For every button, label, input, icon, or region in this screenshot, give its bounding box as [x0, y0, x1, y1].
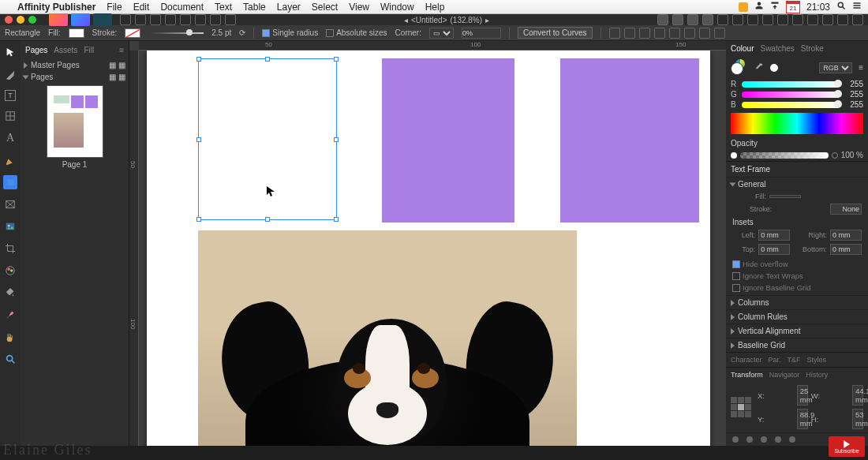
dog-image[interactable] — [198, 230, 577, 446]
node-tool-icon[interactable] — [3, 68, 17, 82]
toolbar-icon[interactable] — [180, 14, 191, 25]
ctx-align-icon[interactable] — [699, 28, 710, 39]
align-icon[interactable] — [732, 14, 743, 25]
menu-select[interactable]: Select — [312, 2, 338, 13]
tab-styles[interactable]: Styles — [807, 356, 827, 364]
move-tool-icon[interactable] — [3, 46, 17, 60]
transparency-tool-icon[interactable] — [3, 308, 17, 322]
align-icon[interactable] — [717, 14, 728, 25]
align-icon[interactable] — [807, 14, 818, 25]
toolbar-icon[interactable] — [150, 14, 161, 25]
frame-stroke-value[interactable]: None — [830, 204, 862, 215]
zoom-window-icon[interactable] — [28, 16, 36, 24]
pan-tool-icon[interactable] — [3, 330, 17, 344]
ctx-align-icon[interactable] — [684, 28, 695, 39]
color-spectrum[interactable] — [731, 113, 863, 134]
menu-window[interactable]: Window — [380, 2, 414, 13]
artistic-text-tool-icon[interactable]: A — [3, 131, 17, 145]
inset-top-input[interactable]: 0 mm — [758, 244, 790, 255]
tab-pages[interactable]: Pages — [25, 46, 47, 54]
hide-overflow-checkbox[interactable]: Hide overflow — [732, 258, 862, 270]
picture-frame-tool-icon[interactable] — [3, 197, 17, 211]
tab-colour[interactable]: Colour — [731, 44, 754, 53]
youtube-subscribe-button[interactable]: Subscribe — [829, 436, 865, 457]
tab-tandf[interactable]: T&F — [788, 356, 801, 364]
place-image-tool-icon[interactable] — [3, 219, 17, 234]
menu-document[interactable]: Document — [160, 2, 204, 13]
convert-to-curves-button[interactable]: Convert to Curves — [518, 27, 593, 39]
ruler-vertical[interactable]: 50 100 — [129, 50, 139, 446]
panel-menu-icon[interactable]: ≡ — [119, 46, 124, 54]
pen-tool-icon[interactable] — [3, 153, 17, 167]
close-window-icon[interactable] — [5, 16, 13, 24]
absolute-sizes-checkbox[interactable]: Absolute sizes — [326, 28, 387, 37]
table-tool-icon[interactable] — [3, 109, 17, 123]
tab-paragraph[interactable]: Par. — [769, 356, 781, 364]
ruler-horizontal[interactable]: 50 100 150 — [139, 41, 726, 50]
red-value[interactable]: 255 — [843, 80, 863, 88]
fill-tool-icon[interactable] — [3, 286, 17, 300]
selection-handle[interactable] — [334, 217, 339, 222]
corner-style-select[interactable]: ▭ — [429, 28, 454, 39]
panel-menu-icon[interactable]: ≡ — [859, 63, 863, 72]
calendar-icon[interactable]: 21 — [786, 1, 800, 13]
arrange-icon[interactable] — [687, 14, 698, 25]
selection-handle[interactable] — [196, 137, 201, 142]
align-icon[interactable] — [762, 14, 773, 25]
toolbar-icon[interactable] — [135, 14, 146, 25]
menu-help[interactable]: Help — [425, 2, 445, 13]
transform-w-input[interactable]: 44.1 mm — [852, 385, 863, 406]
inset-bottom-input[interactable]: 0 mm — [830, 244, 862, 255]
toolbar-icon[interactable] — [195, 14, 206, 25]
single-radius-checkbox[interactable]: Single radius — [262, 28, 318, 37]
align-icon[interactable] — [747, 14, 758, 25]
app-name[interactable]: Affinity Publisher — [17, 2, 95, 13]
green-slider[interactable] — [742, 92, 840, 98]
menu-table[interactable]: Table — [243, 2, 266, 13]
fill-swatch[interactable] — [69, 28, 84, 38]
transform-y-input[interactable]: 88.9 mm — [797, 409, 808, 429]
tab-swatches[interactable]: Swatches — [760, 44, 794, 53]
persona-photo[interactable] — [93, 13, 112, 26]
toolbar-icon[interactable] — [210, 14, 221, 25]
inset-right-input[interactable]: 0 mm — [830, 230, 862, 241]
menu-layer[interactable]: Layer — [277, 2, 301, 13]
align-icon[interactable] — [837, 14, 848, 25]
selection-handle[interactable] — [196, 217, 201, 222]
columns-section[interactable]: Columns — [726, 295, 868, 309]
minimize-window-icon[interactable] — [17, 16, 24, 24]
persona-designer[interactable] — [71, 13, 90, 26]
menu-text[interactable]: Text — [215, 2, 232, 13]
menu-file[interactable]: File — [107, 2, 122, 13]
rectangle-tool-icon[interactable] — [3, 175, 17, 189]
canvas[interactable]: 50 100 150 50 100 — [129, 41, 726, 446]
user-icon[interactable] — [754, 1, 764, 13]
doc-chevron-right-icon[interactable]: ▸ — [485, 16, 489, 24]
tab-history[interactable]: History — [806, 371, 828, 379]
doc-chevron-left-icon[interactable]: ◂ — [404, 16, 408, 24]
inset-left-input[interactable]: 0 mm — [758, 230, 790, 241]
artboard[interactable] — [147, 50, 710, 446]
fill-stroke-selector[interactable] — [731, 59, 748, 77]
opacity-slider[interactable] — [740, 152, 829, 159]
arrange-icon[interactable] — [672, 14, 683, 25]
transform-x-input[interactable]: 25 mm — [797, 385, 808, 406]
vector-brush-tool-icon[interactable] — [3, 264, 17, 278]
align-icon[interactable] — [792, 14, 803, 25]
ctx-align-icon[interactable] — [624, 28, 635, 39]
arrange-icon[interactable] — [657, 14, 668, 25]
selection-handle[interactable] — [334, 57, 339, 62]
ignore-baseline-checkbox[interactable]: Ignore Baseline Grid — [732, 282, 862, 294]
corner-value-input[interactable] — [462, 28, 501, 39]
tab-navigator[interactable]: Navigator — [769, 371, 800, 379]
transform-h-input[interactable]: 53 mm — [852, 409, 863, 429]
selection-handle[interactable] — [265, 217, 270, 222]
opacity-value[interactable]: 100 % — [841, 151, 863, 159]
ctx-align-icon[interactable] — [639, 28, 650, 39]
menu-extra-icon[interactable] — [739, 2, 748, 12]
stroke-width-value[interactable]: 2.5 pt — [211, 28, 231, 37]
tab-stroke[interactable]: Stroke — [801, 44, 824, 53]
text-frame-tool-icon[interactable]: T — [5, 90, 16, 101]
menu-edit[interactable]: Edit — [133, 2, 150, 13]
align-icon[interactable] — [777, 14, 788, 25]
